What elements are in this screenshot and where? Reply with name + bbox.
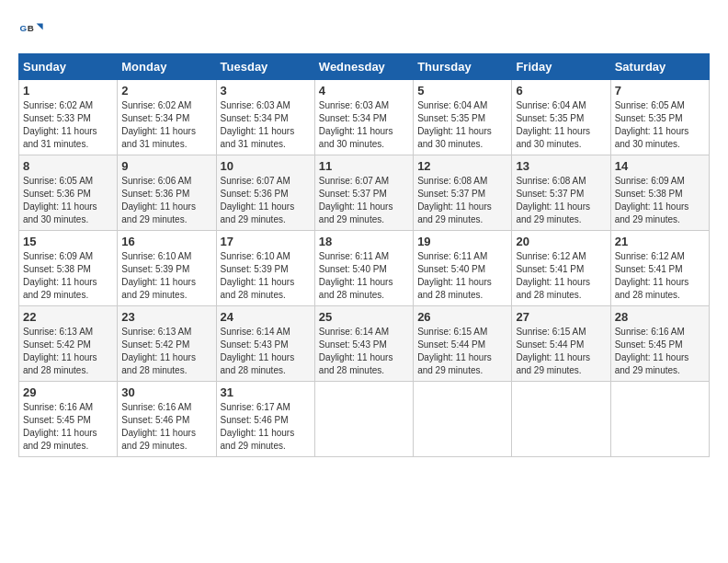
calendar-cell: 26 Sunrise: 6:15 AM Sunset: 5:44 PM Dayl…: [414, 306, 512, 382]
col-header-sunday: Sunday: [19, 54, 118, 80]
calendar-cell: [512, 382, 610, 457]
calendar-cell: 17 Sunrise: 6:10 AM Sunset: 5:39 PM Dayl…: [216, 231, 314, 306]
week-row-3: 15 Sunrise: 6:09 AM Sunset: 5:38 PM Dayl…: [19, 231, 710, 306]
day-number: 11: [319, 159, 409, 173]
day-number: 14: [615, 159, 705, 173]
week-row-5: 29 Sunrise: 6:16 AM Sunset: 5:45 PM Dayl…: [19, 382, 710, 457]
day-info: Sunrise: 6:11 AM Sunset: 5:40 PM Dayligh…: [319, 250, 409, 302]
day-info: Sunrise: 6:05 AM Sunset: 5:35 PM Dayligh…: [615, 99, 705, 151]
day-info: Sunrise: 6:06 AM Sunset: 5:36 PM Dayligh…: [121, 175, 211, 226]
day-number: 19: [417, 235, 507, 248]
day-number: 26: [417, 310, 507, 324]
calendar-cell: 18 Sunrise: 6:11 AM Sunset: 5:40 PM Dayl…: [314, 231, 413, 306]
day-number: 13: [516, 159, 606, 173]
calendar-cell: 25 Sunrise: 6:14 AM Sunset: 5:43 PM Dayl…: [314, 306, 413, 382]
week-row-2: 8 Sunrise: 6:05 AM Sunset: 5:36 PM Dayli…: [19, 155, 710, 231]
day-info: Sunrise: 6:15 AM Sunset: 5:44 PM Dayligh…: [417, 326, 507, 377]
day-info: Sunrise: 6:14 AM Sunset: 5:43 PM Dayligh…: [221, 326, 311, 377]
calendar-cell: [610, 382, 709, 457]
calendar-cell: 9 Sunrise: 6:06 AM Sunset: 5:36 PM Dayli…: [118, 155, 216, 231]
calendar-cell: 3 Sunrise: 6:03 AM Sunset: 5:34 PM Dayli…: [216, 80, 314, 155]
day-number: 28: [615, 310, 705, 324]
day-number: 20: [516, 235, 606, 248]
svg-marker-2: [37, 24, 43, 30]
day-number: 10: [221, 159, 311, 173]
day-info: Sunrise: 6:05 AM Sunset: 5:36 PM Dayligh…: [23, 175, 113, 226]
day-number: 17: [221, 235, 311, 248]
calendar-cell: 7 Sunrise: 6:05 AM Sunset: 5:35 PM Dayli…: [610, 80, 709, 155]
calendar-cell: 20 Sunrise: 6:12 AM Sunset: 5:41 PM Dayl…: [512, 231, 610, 306]
day-number: 29: [23, 385, 113, 399]
day-number: 3: [221, 84, 311, 98]
calendar-cell: 10 Sunrise: 6:07 AM Sunset: 5:36 PM Dayl…: [216, 155, 314, 231]
calendar-cell: 1 Sunrise: 6:02 AM Sunset: 5:33 PM Dayli…: [19, 80, 118, 155]
day-number: 24: [221, 310, 311, 324]
day-info: Sunrise: 6:08 AM Sunset: 5:37 PM Dayligh…: [516, 175, 606, 226]
day-info: Sunrise: 6:02 AM Sunset: 5:34 PM Dayligh…: [121, 99, 211, 151]
day-info: Sunrise: 6:13 AM Sunset: 5:42 PM Dayligh…: [121, 326, 211, 377]
calendar-cell: 19 Sunrise: 6:11 AM Sunset: 5:40 PM Dayl…: [414, 231, 512, 306]
day-info: Sunrise: 6:16 AM Sunset: 5:46 PM Dayligh…: [121, 401, 211, 453]
logo-icon: G B: [18, 18, 44, 44]
day-info: Sunrise: 6:12 AM Sunset: 5:41 PM Dayligh…: [516, 250, 606, 302]
day-info: Sunrise: 6:14 AM Sunset: 5:43 PM Dayligh…: [319, 326, 409, 377]
day-number: 21: [615, 235, 705, 248]
day-number: 2: [121, 84, 211, 98]
day-number: 12: [417, 159, 507, 173]
day-info: Sunrise: 6:02 AM Sunset: 5:33 PM Dayligh…: [23, 99, 113, 151]
day-number: 16: [121, 235, 211, 248]
day-number: 1: [23, 84, 113, 98]
day-info: Sunrise: 6:12 AM Sunset: 5:41 PM Dayligh…: [615, 250, 705, 302]
day-info: Sunrise: 6:04 AM Sunset: 5:35 PM Dayligh…: [516, 99, 606, 151]
day-number: 6: [516, 84, 606, 98]
day-number: 8: [23, 159, 113, 173]
day-info: Sunrise: 6:09 AM Sunset: 5:38 PM Dayligh…: [615, 175, 705, 226]
day-number: 23: [121, 310, 211, 324]
svg-text:B: B: [28, 23, 34, 33]
day-info: Sunrise: 6:10 AM Sunset: 5:39 PM Dayligh…: [221, 250, 311, 302]
day-number: 4: [319, 84, 409, 98]
day-number: 5: [417, 84, 507, 98]
day-number: 15: [23, 235, 113, 248]
day-number: 30: [121, 385, 211, 399]
day-info: Sunrise: 6:17 AM Sunset: 5:46 PM Dayligh…: [221, 401, 311, 453]
day-number: 25: [319, 310, 409, 324]
col-header-thursday: Thursday: [414, 54, 512, 80]
calendar-cell: 12 Sunrise: 6:08 AM Sunset: 5:37 PM Dayl…: [414, 155, 512, 231]
calendar-cell: 6 Sunrise: 6:04 AM Sunset: 5:35 PM Dayli…: [512, 80, 610, 155]
day-number: 18: [319, 235, 409, 248]
calendar-cell: 27 Sunrise: 6:15 AM Sunset: 5:44 PM Dayl…: [512, 306, 610, 382]
day-info: Sunrise: 6:10 AM Sunset: 5:39 PM Dayligh…: [121, 250, 211, 302]
day-number: 9: [121, 159, 211, 173]
calendar-cell: 4 Sunrise: 6:03 AM Sunset: 5:34 PM Dayli…: [314, 80, 413, 155]
calendar-cell: 16 Sunrise: 6:10 AM Sunset: 5:39 PM Dayl…: [118, 231, 216, 306]
day-info: Sunrise: 6:04 AM Sunset: 5:35 PM Dayligh…: [417, 99, 507, 151]
day-number: 31: [221, 385, 311, 399]
calendar-cell: 23 Sunrise: 6:13 AM Sunset: 5:42 PM Dayl…: [118, 306, 216, 382]
calendar-cell: 31 Sunrise: 6:17 AM Sunset: 5:46 PM Dayl…: [216, 382, 314, 457]
day-info: Sunrise: 6:03 AM Sunset: 5:34 PM Dayligh…: [319, 99, 409, 151]
day-info: Sunrise: 6:16 AM Sunset: 5:45 PM Dayligh…: [23, 401, 113, 453]
calendar-cell: 11 Sunrise: 6:07 AM Sunset: 5:37 PM Dayl…: [314, 155, 413, 231]
calendar-cell: 2 Sunrise: 6:02 AM Sunset: 5:34 PM Dayli…: [118, 80, 216, 155]
day-info: Sunrise: 6:07 AM Sunset: 5:37 PM Dayligh…: [319, 175, 409, 226]
day-info: Sunrise: 6:13 AM Sunset: 5:42 PM Dayligh…: [23, 326, 113, 377]
col-header-saturday: Saturday: [610, 54, 709, 80]
calendar-cell: 29 Sunrise: 6:16 AM Sunset: 5:45 PM Dayl…: [19, 382, 118, 457]
day-info: Sunrise: 6:03 AM Sunset: 5:34 PM Dayligh…: [221, 99, 311, 151]
calendar-cell: 15 Sunrise: 6:09 AM Sunset: 5:38 PM Dayl…: [19, 231, 118, 306]
calendar-cell: 28 Sunrise: 6:16 AM Sunset: 5:45 PM Dayl…: [610, 306, 709, 382]
calendar-cell: [414, 382, 512, 457]
logo: G B: [18, 18, 48, 44]
day-info: Sunrise: 6:07 AM Sunset: 5:36 PM Dayligh…: [221, 175, 311, 226]
page-header: G B: [18, 18, 710, 44]
day-number: 22: [23, 310, 113, 324]
calendar-cell: 13 Sunrise: 6:08 AM Sunset: 5:37 PM Dayl…: [512, 155, 610, 231]
week-row-4: 22 Sunrise: 6:13 AM Sunset: 5:42 PM Dayl…: [19, 306, 710, 382]
calendar-cell: 14 Sunrise: 6:09 AM Sunset: 5:38 PM Dayl…: [610, 155, 709, 231]
header-row: SundayMondayTuesdayWednesdayThursdayFrid…: [19, 54, 710, 80]
day-number: 7: [615, 84, 705, 98]
col-header-tuesday: Tuesday: [216, 54, 314, 80]
calendar-cell: 5 Sunrise: 6:04 AM Sunset: 5:35 PM Dayli…: [414, 80, 512, 155]
calendar-cell: 30 Sunrise: 6:16 AM Sunset: 5:46 PM Dayl…: [118, 382, 216, 457]
